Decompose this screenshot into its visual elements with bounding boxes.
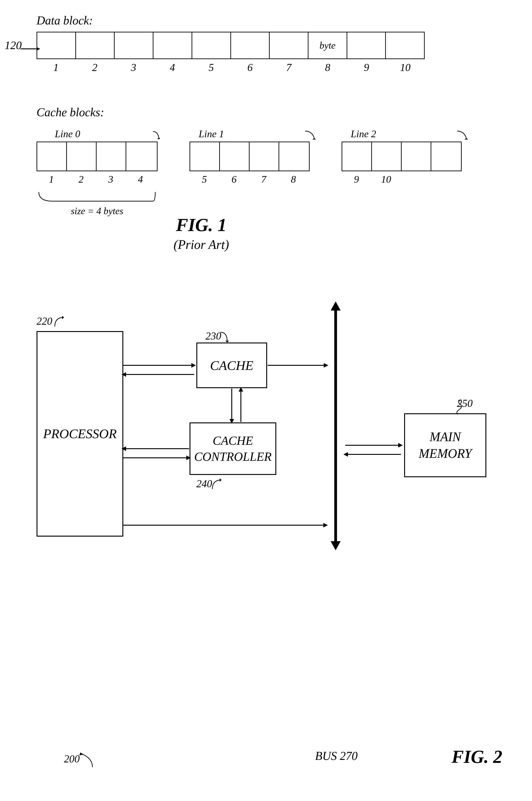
- cache-lines-row: Line 0 1 2 3: [37, 128, 470, 216]
- num-6: 6: [231, 61, 269, 74]
- line0-num2: 2: [66, 174, 96, 185]
- svg-marker-7: [220, 478, 222, 482]
- fig1-subtitle: (Prior Art): [173, 237, 229, 252]
- data-cell-5: [192, 33, 231, 58]
- data-cell-9: [347, 33, 386, 58]
- line2-cell3: [402, 142, 431, 171]
- svg-marker-5: [62, 316, 64, 319]
- line2-numbers: 9 10: [342, 174, 462, 185]
- line1-label: Line 1: [198, 128, 224, 139]
- line0-num3: 3: [96, 174, 126, 185]
- label-240: 240: [196, 478, 212, 490]
- line0-cell3: [97, 142, 126, 171]
- line2-cell4: [431, 142, 461, 171]
- line1-numbers: 5 6 7 8: [190, 174, 310, 185]
- data-block-container: 120 byte 1 2: [37, 32, 470, 74]
- line2-num1: 9: [342, 174, 371, 185]
- line2-num2: 10: [371, 174, 401, 185]
- data-block-label: Data block:: [37, 14, 470, 27]
- fig2-title: FIG. 2: [452, 746, 502, 767]
- proc-to-cache-arrowhead: [191, 363, 196, 368]
- line0-label-row: Line 0: [37, 128, 157, 140]
- line1-group: Line 1 5 6 7: [190, 128, 310, 216]
- line1-label-row: Line 1: [190, 128, 310, 140]
- line0-num1: 1: [37, 174, 66, 185]
- fig1-title: FIG. 1: [173, 215, 229, 235]
- arrow-200-svg: [76, 751, 99, 769]
- bus-to-mm-arrowhead: [398, 443, 403, 447]
- processor-label: PROCESSOR: [43, 425, 117, 442]
- fig1-title-block: FIG. 1 (Prior Art): [173, 215, 229, 252]
- num-4: 4: [153, 61, 192, 74]
- line0-box: [37, 141, 157, 171]
- arrow-240-svg: [210, 478, 224, 491]
- fig2-section: 220 PROCESSOR 230 CACHE 240 CACHE: [18, 285, 520, 776]
- line1-cell4: [279, 142, 309, 171]
- line1-num4: 8: [279, 174, 308, 185]
- line2-group: Line 2 9 10: [342, 128, 462, 216]
- cache-controller-label: CACHE CONTROLLER: [194, 433, 271, 465]
- line2-cell1: [342, 142, 372, 171]
- data-cell-7: [270, 33, 308, 58]
- label-220: 220: [37, 315, 52, 327]
- num-5: 5: [192, 61, 231, 74]
- processor-box: PROCESSOR: [37, 331, 123, 537]
- line1-cell1: [190, 142, 220, 171]
- num-10: 10: [386, 61, 425, 74]
- num-1: 1: [37, 61, 75, 74]
- line0-cell4: [126, 142, 156, 171]
- data-cell-8: byte: [308, 33, 347, 58]
- data-block-numbers: 1 2 3 4 5 6 7 8 9 10: [37, 61, 425, 74]
- cache-box: CACHE: [196, 343, 267, 388]
- bus-top-arrowhead: [330, 301, 341, 310]
- main-memory-label: MAIN MEMORY: [419, 428, 472, 462]
- svg-marker-6: [225, 341, 229, 343]
- line0-cell2: [67, 142, 97, 171]
- page: Data block: 120 byte: [0, 0, 532, 801]
- svg-marker-2: [157, 137, 160, 139]
- line1-num3: 7: [249, 174, 279, 185]
- line1-cell3: [250, 142, 279, 171]
- svg-marker-1: [37, 47, 40, 51]
- svg-marker-3: [312, 138, 316, 139]
- mm-to-bus-arrowhead: [343, 452, 348, 457]
- size-brace: size = 4 bytes: [37, 190, 157, 216]
- num-9: 9: [347, 61, 386, 74]
- cache-label: CACHE: [210, 358, 253, 373]
- line0-num4: 4: [126, 174, 155, 185]
- line1-box: [190, 141, 310, 171]
- line2-cell-empty1: [401, 174, 431, 185]
- cache-to-bus-arrowhead: [324, 363, 328, 368]
- line1-num1: 5: [190, 174, 219, 185]
- data-cell-1: [37, 33, 76, 58]
- line2-cell2: [372, 142, 402, 171]
- arrow-220-svg: [53, 315, 71, 333]
- svg-marker-4: [464, 138, 468, 139]
- line0-group: Line 0 1 2 3: [37, 128, 157, 216]
- line1-num2: 6: [219, 174, 249, 185]
- arrow-250-svg: [452, 397, 466, 416]
- bus-bottom-arrowhead: [330, 541, 341, 550]
- line2-cell-empty2: [431, 174, 460, 185]
- arrow-120-svg: [18, 44, 41, 53]
- data-cell-6: [231, 33, 270, 58]
- line0-cell1: [37, 142, 67, 171]
- num-3: 3: [114, 61, 153, 74]
- bus-label: BUS 270: [315, 749, 358, 763]
- cache-controller-box: CACHE CONTROLLER: [190, 422, 276, 475]
- line0-arrow-svg: [146, 130, 160, 142]
- line0-numbers: 1 2 3 4: [37, 174, 157, 185]
- num-7: 7: [269, 61, 308, 74]
- brace-svg: [37, 190, 157, 204]
- data-cell-2: [76, 33, 115, 58]
- cache-blocks-label: Cache blocks: Line 0: [37, 106, 470, 216]
- line2-label-row: Line 2: [342, 128, 462, 140]
- line1-arrow-svg: [301, 130, 317, 142]
- num-8: 8: [308, 61, 347, 74]
- data-cell-4: [153, 33, 192, 58]
- line0-label: Line 0: [55, 128, 80, 139]
- main-memory-box: MAIN MEMORY: [404, 413, 486, 477]
- fig1-section: Data block: 120 byte: [37, 14, 470, 216]
- line2-arrow-svg: [453, 130, 469, 142]
- line2-box: [342, 141, 462, 171]
